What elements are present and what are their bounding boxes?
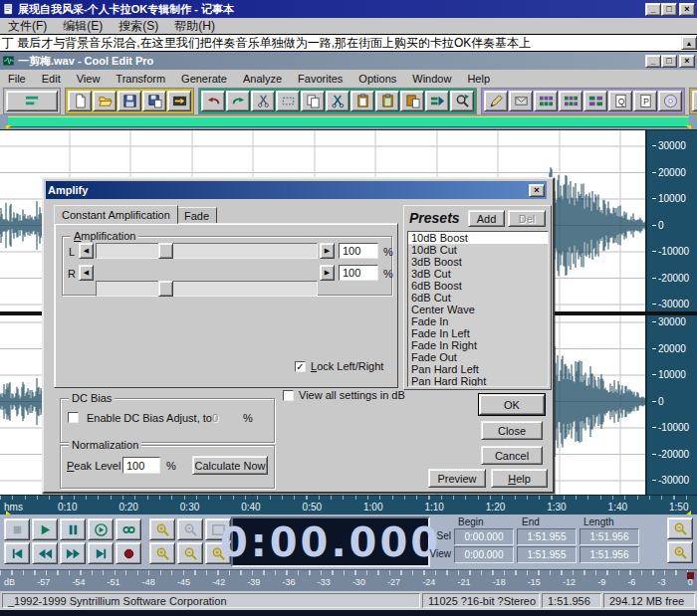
preset-item[interactable]: 6dB Boost bbox=[408, 280, 548, 292]
new-file-button[interactable] bbox=[68, 91, 92, 111]
page-p-button[interactable]: P bbox=[633, 91, 657, 111]
lock-checkbox-box[interactable]: ✓ bbox=[295, 361, 306, 372]
cd-button[interactable] bbox=[658, 91, 682, 111]
play-looped-button[interactable] bbox=[88, 518, 114, 540]
dc-bias-checkbox-box[interactable] bbox=[68, 412, 79, 423]
zoom-in-horizontal-button[interactable] bbox=[667, 541, 693, 563]
right-amplification-input[interactable]: 100 bbox=[339, 265, 378, 281]
notepad-scroll-up-button[interactable]: ▲ bbox=[681, 36, 697, 50]
left-slider-thumb[interactable] bbox=[158, 243, 173, 259]
app-maximize-button[interactable]: □ bbox=[661, 55, 677, 68]
font-f-button[interactable]: F bbox=[692, 91, 697, 111]
record-button[interactable] bbox=[116, 542, 141, 564]
view-begin-field[interactable]: 0:00.000 bbox=[454, 546, 514, 563]
tab-constant-amplification[interactable]: Constant Amplification bbox=[54, 205, 178, 224]
notepad-text-area[interactable]: 丁 最后才与背景音乐混合,在这里我们把伴奏音乐单独做为一路,那在街面上购买的卡拉… bbox=[0, 34, 697, 52]
view-db-checkbox[interactable]: View all settings in dB bbox=[283, 389, 405, 401]
preset-item[interactable]: 10dB Cut bbox=[408, 244, 548, 256]
paste-mix-button[interactable] bbox=[375, 91, 399, 111]
view-end-field[interactable]: 1:51.955 bbox=[517, 546, 577, 563]
zoom-to-selection-button[interactable] bbox=[149, 542, 175, 564]
stop-button[interactable] bbox=[4, 518, 30, 540]
left-amplification-input[interactable]: 100 bbox=[339, 243, 378, 259]
paste-new-button[interactable] bbox=[400, 91, 424, 111]
peak-level-input[interactable]: 100 bbox=[122, 457, 160, 474]
notepad-maximize-button[interactable]: □ bbox=[661, 3, 677, 16]
preset-item[interactable]: 3dB Cut bbox=[408, 268, 548, 280]
sel-length-field[interactable]: 1:51.956 bbox=[580, 528, 639, 545]
close-button[interactable]: Close bbox=[481, 421, 543, 440]
preset-item[interactable]: 10dB Boost bbox=[408, 232, 548, 244]
preset-item[interactable]: Fade In Left bbox=[408, 327, 548, 339]
presets-list[interactable]: 10dB Boost10dB Cut3dB Boost3dB Cut6dB Bo… bbox=[407, 231, 549, 387]
calculate-now-button[interactable]: Calculate Now bbox=[192, 456, 268, 475]
cancel-button[interactable]: Cancel bbox=[481, 446, 543, 465]
preset-item[interactable]: Center Wave bbox=[408, 304, 548, 315]
loop-button[interactable] bbox=[116, 518, 141, 540]
import-file-button[interactable] bbox=[167, 91, 191, 111]
app-menu-item[interactable]: Edit bbox=[34, 71, 69, 87]
preset-item[interactable]: Fade In Right bbox=[408, 339, 548, 351]
notepad-close-button[interactable]: × bbox=[679, 3, 695, 16]
overview-bar[interactable] bbox=[8, 116, 689, 127]
sel-end-field[interactable]: 1:51.955 bbox=[517, 528, 577, 545]
tab-fade[interactable]: Fade bbox=[176, 207, 217, 224]
sel-begin-field[interactable]: 0:00.000 bbox=[454, 528, 514, 545]
zoom-in-button[interactable] bbox=[149, 518, 175, 540]
preset-item[interactable]: Pan Hard Left bbox=[408, 363, 548, 375]
presets-del-button[interactable]: Del bbox=[508, 210, 546, 227]
left-slider-increase-button[interactable]: ▶ bbox=[320, 243, 335, 259]
left-amplification-slider[interactable] bbox=[96, 243, 318, 259]
mix-button[interactable] bbox=[425, 91, 449, 111]
notepad-minimize-button[interactable]: _ bbox=[645, 3, 661, 16]
play-button[interactable] bbox=[32, 518, 58, 540]
right-slider-increase-button[interactable]: ▶ bbox=[320, 265, 335, 281]
ok-button[interactable]: OK bbox=[479, 394, 545, 415]
envelope-button[interactable] bbox=[509, 91, 533, 111]
app-menu-item[interactable]: Window bbox=[404, 71, 459, 87]
app-menu-item[interactable]: View bbox=[69, 71, 109, 87]
grid-c-button[interactable] bbox=[583, 91, 607, 111]
app-menu-item[interactable]: Options bbox=[350, 71, 404, 87]
waveform-view-toggle-button[interactable] bbox=[6, 91, 58, 111]
preset-item[interactable]: 6dB Cut bbox=[408, 292, 548, 304]
paste-button[interactable] bbox=[350, 91, 374, 111]
right-slider-decrease-button[interactable]: ◀ bbox=[79, 265, 94, 281]
left-slider-decrease-button[interactable]: ◀ bbox=[79, 243, 94, 259]
open-file-button[interactable] bbox=[93, 91, 116, 111]
crop-button[interactable] bbox=[276, 91, 300, 111]
time-display[interactable]: 0:00.000 bbox=[231, 516, 430, 567]
preview-button[interactable]: Preview bbox=[428, 469, 486, 488]
grid-a-button[interactable] bbox=[534, 91, 558, 111]
app-menu-item[interactable]: Help bbox=[459, 71, 498, 87]
undo-button[interactable] bbox=[201, 91, 225, 111]
preset-item[interactable]: 3dB Boost bbox=[408, 256, 548, 268]
copy-button[interactable] bbox=[301, 91, 325, 111]
app-minimize-button[interactable]: _ bbox=[645, 55, 661, 68]
app-menu-item[interactable]: Generate bbox=[173, 71, 235, 87]
go-to-start-button[interactable] bbox=[4, 542, 30, 564]
app-menu-item[interactable]: Favorites bbox=[290, 71, 350, 87]
preset-item[interactable]: Fade In bbox=[408, 315, 548, 327]
zoom-out-button[interactable] bbox=[177, 518, 203, 540]
trim-button[interactable] bbox=[326, 91, 349, 111]
rewind-button[interactable] bbox=[32, 542, 58, 564]
pen-edit-button[interactable] bbox=[484, 91, 508, 111]
save-as-button[interactable] bbox=[142, 91, 166, 111]
preset-item[interactable]: Pan Hard Right bbox=[408, 375, 548, 387]
go-to-end-button[interactable] bbox=[88, 542, 114, 564]
zoom-selection-button[interactable] bbox=[450, 91, 474, 111]
grid-b-button[interactable] bbox=[559, 91, 582, 111]
app-menu-item[interactable]: File bbox=[0, 71, 34, 87]
app-menu-item[interactable]: Transform bbox=[108, 71, 173, 87]
view-length-field[interactable]: 1:51.956 bbox=[580, 546, 639, 563]
view-db-checkbox-box[interactable] bbox=[283, 390, 294, 401]
pause-button[interactable] bbox=[60, 518, 86, 540]
presets-add-button[interactable]: Add bbox=[468, 210, 505, 227]
lock-left-right-checkbox[interactable]: ✓ Lock Left/Right bbox=[295, 360, 383, 372]
save-file-button[interactable] bbox=[117, 91, 141, 111]
right-amplification-slider[interactable] bbox=[96, 281, 318, 297]
app-close-button[interactable]: × bbox=[679, 55, 695, 68]
page-q-button[interactable]: Q bbox=[608, 91, 632, 111]
redo-button[interactable] bbox=[226, 91, 250, 111]
